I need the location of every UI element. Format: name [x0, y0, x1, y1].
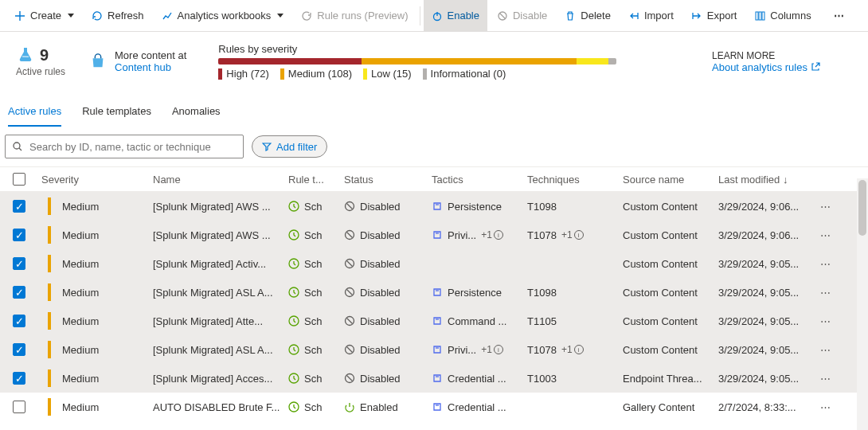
tab-anomalies[interactable]: Anomalies [172, 105, 221, 127]
toolbar-more-button[interactable]: ⋯ [827, 10, 852, 22]
row-checkbox[interactable]: ✓ [13, 343, 25, 356]
tactic-text: Privi... [448, 229, 476, 241]
about-analytics-link[interactable]: About analytics rules [712, 61, 839, 73]
rule-name: [Splunk Migrated] Acces... [150, 373, 285, 385]
create-button[interactable]: Create [6, 0, 82, 32]
toolbar: Create Refresh Analytics workbooks Rule … [0, 0, 868, 32]
technique-extra-badge[interactable]: +1i [561, 229, 584, 240]
severity-text: Medium [62, 401, 99, 413]
severity-text: Medium [62, 344, 99, 356]
row-checkbox[interactable]: ✓ [13, 372, 25, 385]
last-modified-text: 3/29/2024, 9:06... [715, 229, 811, 241]
table-row[interactable]: MediumAUTO DISABLED Brute F...SchEnabled… [0, 393, 868, 421]
col-source[interactable]: Source name [620, 174, 715, 186]
col-lastmod[interactable]: Last modified ↓ [715, 174, 811, 186]
filter-icon [262, 142, 272, 151]
severity-bar [218, 58, 616, 64]
row-more-button[interactable]: ⋯ [811, 229, 839, 241]
row-more-button[interactable]: ⋯ [811, 287, 839, 299]
col-ruletype[interactable]: Rule t... [285, 174, 341, 186]
more-content-label: More content at [115, 49, 186, 61]
row-more-button[interactable]: ⋯ [811, 373, 839, 385]
tactic-text: Privi... [448, 344, 476, 356]
clock-icon [288, 229, 299, 240]
row-more-button[interactable]: ⋯ [811, 258, 839, 270]
row-checkbox[interactable]: ✓ [13, 315, 25, 327]
row-more-button[interactable]: ⋯ [811, 315, 839, 327]
tactic-text: Persistence [448, 287, 502, 299]
col-tactics[interactable]: Tactics [428, 174, 524, 186]
last-modified-text: 3/29/2024, 9:05... [715, 373, 811, 385]
row-checkbox[interactable]: ✓ [13, 257, 25, 270]
info-label: Informational (0) [431, 68, 506, 80]
table-row[interactable]: ✓Medium[Splunk Migrated] AWS ...SchDisab… [0, 221, 868, 249]
row-more-button[interactable]: ⋯ [811, 201, 839, 213]
ruletype-text: Sch [304, 229, 322, 241]
svg-rect-4 [762, 12, 764, 20]
technique-extra-badge[interactable]: +1i [561, 344, 584, 355]
content-hub-block: More content at Content hub [89, 49, 186, 73]
last-modified-text: 3/29/2024, 9:05... [715, 315, 811, 327]
col-severity[interactable]: Severity [38, 174, 150, 186]
tactic-extra-badge[interactable]: +1i [481, 344, 503, 355]
technique-text: T1098 [527, 287, 557, 299]
severity-high-segment [218, 58, 362, 64]
tactic-extra-badge[interactable]: +1i [481, 229, 503, 240]
col-name[interactable]: Name [150, 174, 285, 186]
add-filter-button[interactable]: Add filter [252, 135, 327, 158]
status-text: Disabled [360, 201, 401, 213]
disabled-icon [344, 229, 355, 240]
row-more-button[interactable]: ⋯ [811, 401, 839, 413]
tab-active-rules[interactable]: Active rules [8, 105, 61, 127]
scrollbar-thumb[interactable] [858, 180, 866, 236]
medium-swatch [280, 68, 284, 80]
ruletype-text: Sch [304, 401, 322, 413]
info-icon: i [494, 345, 503, 354]
tablist: Active rules Rule templates Anomalies [0, 88, 868, 127]
tactic-icon [432, 401, 443, 412]
technique-text: T1003 [527, 373, 557, 385]
ruletype-text: Sch [304, 287, 322, 299]
severity-text: Medium [62, 315, 99, 327]
last-modified-text: 3/29/2024, 9:05... [715, 344, 811, 356]
disabled-icon [344, 373, 355, 384]
import-button[interactable]: Import [620, 0, 682, 32]
select-all-checkbox[interactable] [13, 173, 25, 186]
table-row[interactable]: ✓Medium[Splunk Migrated] Atte...SchDisab… [0, 307, 868, 335]
severity-indicator [48, 283, 51, 301]
rules-by-severity-title: Rules by severity [218, 43, 688, 55]
ruletype-text: Sch [304, 373, 322, 385]
table-row[interactable]: ✓Medium[Splunk Migrated] ASL A...SchDisa… [0, 278, 868, 307]
summary-row: 9 Active rules More content at Content h… [0, 32, 868, 88]
clock-icon [288, 401, 299, 412]
columns-button[interactable]: Columns [746, 0, 819, 32]
tab-rule-templates[interactable]: Rule templates [82, 105, 151, 127]
row-more-button[interactable]: ⋯ [811, 344, 839, 356]
disabled-icon [344, 201, 355, 212]
row-checkbox[interactable]: ✓ [13, 229, 25, 241]
export-button[interactable]: Export [683, 0, 745, 32]
row-checkbox[interactable]: ✓ [13, 286, 25, 299]
active-rules-count: 9 [40, 46, 49, 64]
table-row[interactable]: ✓Medium[Splunk Migrated] Acces...SchDisa… [0, 364, 868, 393]
table-row[interactable]: ✓Medium[Splunk Migrated] AWS ...SchDisab… [0, 192, 868, 221]
col-techniques[interactable]: Techniques [524, 174, 620, 186]
col-status[interactable]: Status [341, 174, 428, 186]
learn-more-title: LEARN MORE [712, 50, 839, 61]
search-input[interactable] [29, 141, 237, 153]
vertical-scrollbar[interactable] [857, 178, 868, 430]
severity-indicator [48, 341, 51, 358]
toolbar-separator [420, 6, 420, 25]
row-checkbox[interactable]: ✓ [13, 200, 25, 213]
table-row[interactable]: ✓Medium[Splunk Migrated] Activ...SchDisa… [0, 249, 868, 278]
clock-icon [288, 315, 299, 326]
row-checkbox[interactable] [13, 401, 25, 413]
search-box[interactable] [5, 135, 244, 158]
delete-button[interactable]: Delete [557, 0, 619, 32]
content-hub-link[interactable]: Content hub [115, 61, 186, 73]
table-row[interactable]: ✓Medium[Splunk Migrated] ASL A...SchDisa… [0, 335, 868, 364]
clock-icon [288, 344, 299, 355]
enable-button[interactable]: Enable [424, 0, 487, 32]
analytics-workbooks-button[interactable]: Analytics workbooks [154, 0, 292, 32]
refresh-button[interactable]: Refresh [84, 0, 152, 32]
